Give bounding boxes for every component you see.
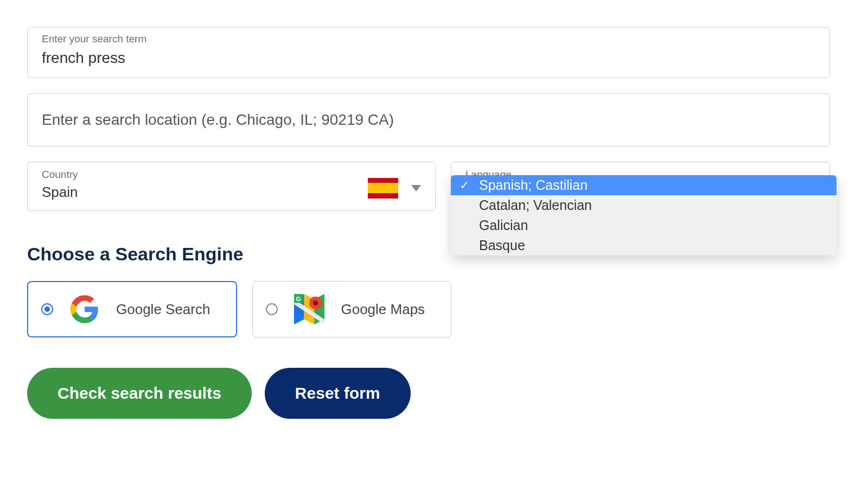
svg-point-5 bbox=[313, 301, 318, 305]
chevron-down-icon bbox=[411, 185, 421, 191]
spain-flag-icon bbox=[368, 178, 398, 199]
language-option-catalan[interactable]: Catalan; Valencian bbox=[451, 195, 837, 215]
language-dropdown-menu: ✓ Spanish; Castilian Catalan; Valencian … bbox=[451, 175, 837, 256]
google-maps-icon: G bbox=[293, 293, 326, 325]
search-term-field[interactable]: Enter your search term bbox=[27, 27, 830, 78]
country-language-row: Country Spain Language ✓ Spanish; Castil… bbox=[27, 162, 830, 211]
engine-option-google-maps[interactable]: G Google Maps bbox=[252, 281, 451, 337]
check-search-results-button[interactable]: Check search results bbox=[27, 368, 252, 419]
language-dropdown[interactable]: Language ✓ Spanish; Castilian Catalan; V… bbox=[451, 162, 830, 211]
search-term-input[interactable] bbox=[28, 28, 829, 78]
engine-label: Google Search bbox=[116, 301, 210, 318]
radio-icon bbox=[266, 303, 278, 315]
country-value: Spain bbox=[42, 184, 78, 201]
search-term-label: Enter your search term bbox=[42, 33, 146, 45]
engine-option-google-search[interactable]: Google Search bbox=[27, 281, 237, 337]
language-option-basque[interactable]: Basque bbox=[451, 235, 837, 256]
svg-text:G: G bbox=[296, 295, 301, 302]
reset-form-button[interactable]: Reset form bbox=[265, 368, 411, 419]
engine-label: Google Maps bbox=[341, 301, 425, 318]
engine-options: Google Search G Google Maps bbox=[27, 281, 830, 337]
google-logo-icon bbox=[68, 293, 101, 325]
search-form: Enter your search term Country Spain Lan… bbox=[27, 27, 830, 419]
search-location-field[interactable] bbox=[27, 93, 830, 146]
language-option-label: Galician bbox=[479, 218, 528, 233]
search-location-input[interactable] bbox=[28, 94, 829, 146]
check-icon: ✓ bbox=[459, 178, 469, 193]
radio-icon bbox=[41, 303, 53, 315]
language-option-galician[interactable]: Galician bbox=[451, 215, 837, 235]
language-option-label: Spanish; Castilian bbox=[479, 177, 588, 193]
language-option-label: Catalan; Valencian bbox=[479, 197, 592, 213]
country-label: Country bbox=[42, 169, 78, 181]
button-row: Check search results Reset form bbox=[27, 368, 830, 419]
language-option-label: Basque bbox=[479, 238, 525, 253]
language-option-spanish[interactable]: ✓ Spanish; Castilian bbox=[451, 175, 837, 195]
country-dropdown[interactable]: Country Spain bbox=[27, 162, 436, 211]
